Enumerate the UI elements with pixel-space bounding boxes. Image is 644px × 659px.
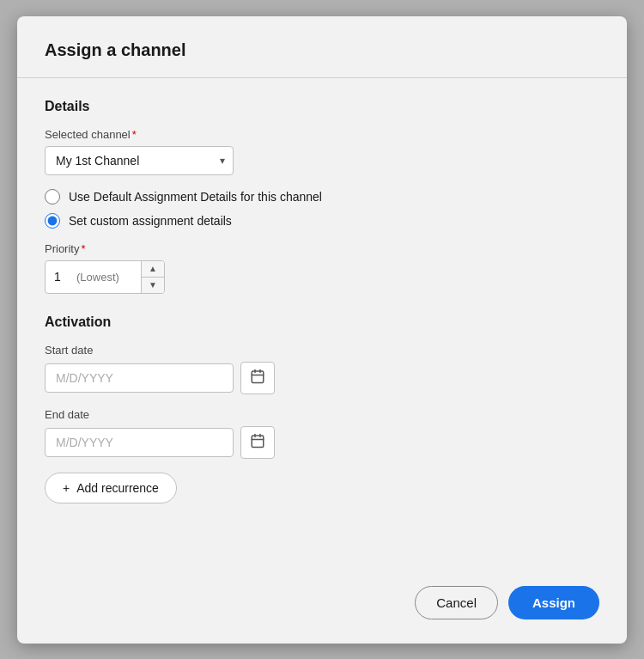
chevron-down-icon: ▼ bbox=[149, 280, 157, 290]
priority-hint: (Lowest) bbox=[71, 264, 141, 290]
svg-rect-0 bbox=[252, 371, 264, 383]
start-date-input[interactable] bbox=[45, 363, 234, 393]
start-date-row bbox=[45, 362, 599, 394]
priority-input-wrapper: 1 (Lowest) ▲ ▼ bbox=[45, 260, 599, 294]
end-date-row bbox=[45, 426, 599, 459]
radio-set-custom-label: Set custom assignment details bbox=[69, 214, 232, 228]
radio-group: Use Default Assignment Details for this … bbox=[45, 189, 599, 229]
channel-field-label: Selected channel* bbox=[45, 128, 599, 141]
assign-button[interactable]: Assign bbox=[508, 586, 599, 619]
end-date-calendar-button[interactable] bbox=[240, 426, 275, 459]
calendar-icon bbox=[250, 433, 265, 452]
add-recurrence-button[interactable]: + Add recurrence bbox=[45, 473, 177, 503]
modal-title: Assign a channel bbox=[45, 40, 599, 60]
priority-required-star: * bbox=[81, 242, 85, 255]
activation-section-title: Activation bbox=[45, 314, 599, 330]
radio-use-default-label: Use Default Assignment Details for this … bbox=[69, 190, 322, 204]
plus-icon: + bbox=[63, 481, 70, 495]
radio-use-default-input[interactable] bbox=[45, 189, 60, 204]
start-date-label: Start date bbox=[45, 344, 599, 357]
svg-rect-4 bbox=[252, 436, 264, 448]
assign-channel-modal: Assign a channel Details Selected channe… bbox=[17, 16, 627, 644]
end-date-input[interactable] bbox=[45, 428, 234, 457]
priority-value: 1 bbox=[46, 263, 71, 290]
channel-select[interactable]: My 1st Channel bbox=[45, 146, 234, 175]
chevron-up-icon: ▲ bbox=[149, 264, 157, 273]
start-date-wrapper: Start date bbox=[45, 344, 599, 394]
modal-overlay: Assign a channel Details Selected channe… bbox=[0, 0, 644, 659]
required-star: * bbox=[132, 128, 137, 141]
priority-label: Priority* bbox=[45, 242, 599, 255]
priority-increment-button[interactable]: ▲ bbox=[142, 261, 164, 278]
priority-decrement-button[interactable]: ▼ bbox=[142, 278, 164, 293]
radio-set-custom-input[interactable] bbox=[45, 213, 60, 229]
end-date-label: End date bbox=[45, 408, 599, 421]
radio-use-default[interactable]: Use Default Assignment Details for this … bbox=[45, 189, 599, 204]
priority-field: 1 (Lowest) ▲ ▼ bbox=[45, 260, 165, 294]
activation-section: Activation Start date bbox=[45, 314, 599, 503]
details-section-title: Details bbox=[45, 99, 599, 114]
modal-header: Assign a channel bbox=[17, 16, 627, 78]
channel-select-wrapper: My 1st Channel ▾ bbox=[45, 146, 234, 175]
radio-set-custom[interactable]: Set custom assignment details bbox=[45, 213, 599, 229]
add-recurrence-label: Add recurrence bbox=[76, 481, 159, 495]
end-date-wrapper: End date bbox=[45, 408, 599, 459]
details-section: Details Selected channel* My 1st Channel… bbox=[45, 99, 599, 294]
cancel-button[interactable]: Cancel bbox=[415, 586, 498, 619]
priority-section: Priority* 1 (Lowest) ▲ ▼ bbox=[45, 242, 599, 294]
priority-spinners: ▲ ▼ bbox=[141, 261, 164, 293]
modal-footer: Cancel Assign bbox=[17, 569, 627, 644]
calendar-icon bbox=[250, 369, 265, 387]
start-date-calendar-button[interactable] bbox=[240, 362, 275, 394]
modal-body: Details Selected channel* My 1st Channel… bbox=[17, 78, 627, 569]
